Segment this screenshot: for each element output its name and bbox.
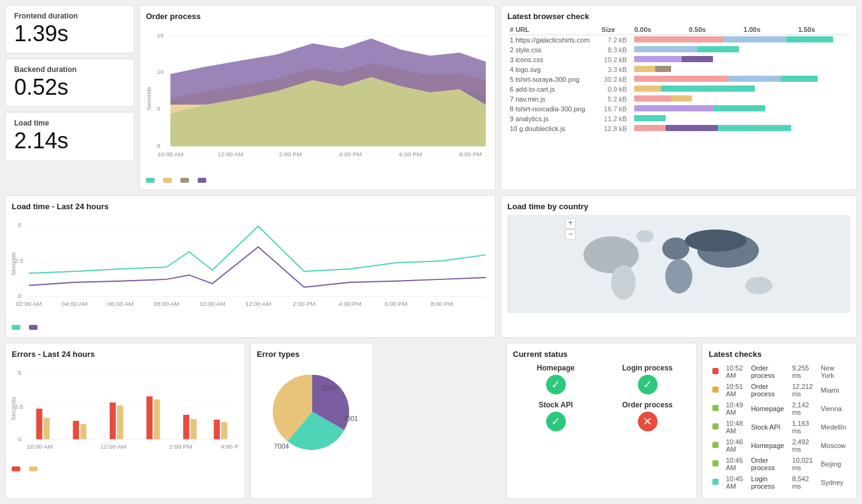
- load-time-title: Load time - Last 24 hours: [12, 202, 489, 211]
- check-time: 10:51 AM: [722, 381, 747, 399]
- y-5: 5: [18, 222, 22, 229]
- check-ms: 12,212 ms: [788, 381, 817, 399]
- load-time-card: Load time 2.14s: [5, 112, 134, 161]
- backend-value: 0.52s: [14, 74, 125, 100]
- bar-segment: [634, 105, 713, 111]
- browser-table-row: 6 add-to-cart.js 0.9 kB: [507, 84, 850, 94]
- bar-segment: [634, 66, 655, 72]
- check-name: Homepage: [747, 399, 789, 418]
- check-dot-cell: [709, 381, 722, 399]
- check-name: Order process: [747, 381, 789, 399]
- check-dot-cell: [709, 436, 722, 455]
- check-dot: [712, 479, 719, 485]
- browser-check-title: Latest browser check: [507, 12, 850, 21]
- bar-segment: [634, 36, 723, 42]
- err-x-1200: 12:00 AM: [100, 442, 126, 449]
- bar-segment: [786, 36, 834, 42]
- browser-row-size: 8.3 kB: [599, 45, 632, 55]
- err-x-1000: 10:00 AM: [27, 442, 53, 449]
- browser-row-num: 2 style.css: [507, 45, 599, 55]
- err-x-200: 2:00 PM: [169, 442, 192, 449]
- browser-row-size: 12.8 kB: [599, 124, 632, 134]
- error-types-card: Error types 3009 7001 7004: [250, 343, 373, 499]
- check-time: 10:52 AM: [722, 362, 747, 381]
- browser-row-bars: [632, 55, 850, 65]
- x-1200: 12:00 AM: [245, 300, 271, 307]
- order-process-title: Order process: [146, 12, 489, 21]
- status-order: Order process ✕: [605, 401, 690, 431]
- y-label-5: 5: [157, 105, 161, 112]
- order-process-legend: [146, 178, 489, 183]
- bar: [117, 406, 123, 439]
- label-7004: 7004: [274, 442, 289, 450]
- svg-point-15: [685, 230, 747, 252]
- zoom-minus[interactable]: −: [568, 230, 573, 238]
- x-1000: 10:00 AM: [199, 300, 225, 307]
- svg-point-10: [584, 236, 639, 273]
- zoom-plus[interactable]: +: [568, 218, 573, 227]
- load-country-title: Load time by country: [507, 202, 850, 211]
- err-y0: 0: [18, 435, 22, 442]
- check-dot-cell: [709, 473, 722, 492]
- order-process-chart: 15 10 5 0 Seconds 10:00 AM 12:00: [146, 25, 489, 174]
- legend-peach: [29, 466, 38, 471]
- svg-point-11: [611, 265, 636, 300]
- bar-segment: [781, 76, 818, 82]
- check-row: 10:48 AM Stock API 1,163 ms Medellín: [709, 418, 850, 436]
- y-axis-title: Seconds: [146, 87, 152, 111]
- browser-row-bars: [632, 45, 850, 55]
- browser-row-bars: [632, 35, 850, 46]
- col-05s: 0.50s: [687, 25, 741, 35]
- browser-row-bars: [632, 124, 850, 134]
- x-label-200: 2:00 PM: [279, 151, 302, 158]
- browser-row-num: 3 icons.css: [507, 55, 599, 65]
- browser-row-bars: [632, 65, 850, 74]
- errors-legend: [12, 466, 238, 471]
- browser-check-table: # URL Size 0.00s 0.50s 1.00s 1.50s 1 htt…: [507, 25, 850, 134]
- check-dot: [712, 368, 719, 374]
- bar: [110, 402, 116, 439]
- latest-checks-card: Latest checks 10:52 AM Order process 9,2…: [702, 343, 857, 499]
- check-time: 10:45 AM: [722, 455, 747, 473]
- browser-row-num: 8 tshirt-norcadia-300.png: [507, 104, 599, 114]
- browser-row-num: 6 add-to-cart.js: [507, 84, 599, 94]
- frontend-label: Frontend duration: [14, 12, 125, 20]
- bar-segment: [718, 125, 791, 131]
- order-label: Order process: [622, 401, 672, 409]
- browser-row-num: 1 https://galacticshirts.com: [507, 35, 599, 46]
- bar-segment: [634, 76, 728, 82]
- browser-row-bars: [632, 104, 850, 114]
- bar-segment: [661, 86, 755, 92]
- bar-segment: [728, 76, 781, 82]
- stock-icon: ✓: [546, 412, 566, 431]
- bar-segment: [713, 105, 765, 111]
- bar-segment: [697, 46, 739, 52]
- bar-segment: [634, 46, 697, 52]
- label-3009: 3009: [321, 384, 336, 391]
- bar: [183, 415, 189, 439]
- bar-segment: [634, 95, 671, 102]
- legend-purple: [198, 178, 206, 183]
- legend-yellow: [163, 178, 172, 183]
- check-name: Stock API: [747, 418, 789, 436]
- load-time-legend: [12, 325, 489, 330]
- browser-table-row: 8 tshirt-norcadia-300.png 16.7 kB: [507, 104, 850, 114]
- check-name: Order process: [747, 362, 789, 381]
- y-label-0: 0: [157, 142, 161, 149]
- legend-teal-line: [12, 325, 20, 330]
- bar: [44, 418, 50, 439]
- bar: [154, 399, 160, 439]
- browser-row-size: 3.3 kB: [599, 65, 632, 74]
- check-ms: 10,021 ms: [788, 455, 817, 473]
- bar: [190, 419, 196, 439]
- bottom-row: Errors - Last 24 hours 5 2.5 0 Seconds: [5, 343, 857, 499]
- check-city: New York: [817, 362, 850, 381]
- check-dot-cell: [709, 418, 722, 436]
- browser-row-num: 5 tshirt-suraya-300.png: [507, 74, 599, 84]
- check-row: 10:45 AM Login process 8,542 ms Sydney: [709, 473, 850, 492]
- check-row: 10:52 AM Order process 9,255 ms New York: [709, 362, 850, 381]
- browser-row-bars: [632, 94, 850, 104]
- legend-teal: [146, 178, 155, 183]
- check-time: 10:48 AM: [722, 418, 747, 436]
- err-x-400: 4:00 PM: [221, 442, 238, 449]
